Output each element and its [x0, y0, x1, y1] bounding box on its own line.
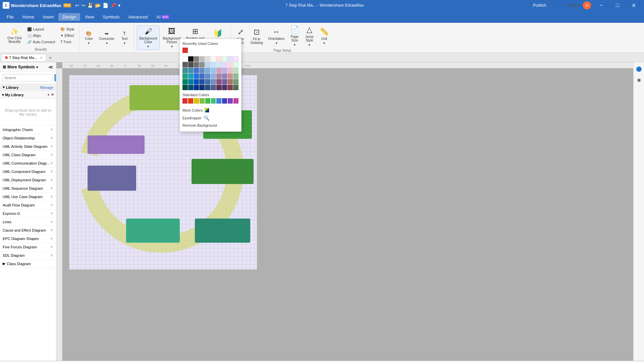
align-button[interactable]: ⬜ Align: [25, 33, 57, 39]
cp-swatch[interactable]: [194, 56, 199, 62]
unit-button[interactable]: 📏 Unit ▾: [318, 26, 331, 46]
menu-home[interactable]: Home: [18, 13, 38, 21]
library-item[interactable]: UML Class Diagram ✕: [0, 151, 56, 159]
library-item[interactable]: UML Communication Diagr... ✕: [0, 159, 56, 168]
library-item[interactable]: Five Forces Diagram ✕: [0, 243, 56, 251]
cp-swatch[interactable]: [199, 56, 205, 62]
menu-symbols[interactable]: Symbols: [99, 13, 124, 21]
library-item[interactable]: Express-G ✕: [0, 209, 56, 218]
cp-swatch[interactable]: [188, 68, 194, 73]
page-size-button[interactable]: 📄 Page Size ▾: [288, 24, 302, 48]
diagram-shape-teal-bottom-right[interactable]: [195, 219, 250, 243]
recent-color-swatch[interactable]: [182, 48, 188, 53]
item-close-icon[interactable]: ✕: [50, 169, 53, 174]
user-avatar[interactable]: U: [583, 1, 591, 9]
color-button[interactable]: 🎨 Color ▾: [82, 29, 96, 46]
cp-swatch[interactable]: [199, 68, 205, 73]
one-click-beautify-button[interactable]: ✨ One Click Beautify: [5, 26, 24, 45]
diagram-shape-green-mid-right[interactable]: [192, 159, 254, 184]
tab-close-icon[interactable]: ✕: [40, 56, 43, 60]
cp-swatch[interactable]: [199, 79, 205, 84]
library-item[interactable]: UML Activity State Diagram ✕: [0, 142, 56, 151]
standard-swatch[interactable]: [200, 98, 205, 104]
cp-swatch[interactable]: [227, 62, 233, 67]
cp-swatch[interactable]: [182, 56, 188, 62]
library-item[interactable]: Audit Flow Diagram ✕: [0, 201, 56, 209]
close-button[interactable]: ✕: [626, 0, 641, 11]
cp-swatch[interactable]: [194, 68, 199, 73]
cp-swatch[interactable]: [222, 85, 227, 90]
menu-view[interactable]: View: [81, 13, 98, 21]
item-close-icon[interactable]: ✕: [50, 211, 53, 216]
menu-file[interactable]: File: [3, 13, 18, 21]
right-panel-btn-1[interactable]: 🔵: [635, 65, 643, 73]
cp-swatch[interactable]: [205, 56, 210, 62]
cp-swatch[interactable]: [211, 68, 216, 73]
standard-swatch[interactable]: [188, 98, 193, 104]
right-panel-btn-2[interactable]: ◉: [635, 76, 643, 84]
item-close-icon[interactable]: ✕: [50, 236, 53, 241]
cp-swatch[interactable]: [182, 85, 188, 90]
item-close-icon[interactable]: ✕: [50, 194, 53, 199]
cp-swatch[interactable]: [205, 68, 210, 73]
diagram-shape-purple-small[interactable]: [88, 135, 145, 154]
effect-button[interactable]: ✦ Effect: [58, 33, 76, 39]
cp-swatch[interactable]: [216, 68, 222, 73]
cp-swatch[interactable]: [233, 79, 238, 84]
library-item[interactable]: UML Component Diagram ✕: [0, 168, 56, 176]
cp-swatch[interactable]: [216, 85, 222, 90]
connector-button[interactable]: ➡ Connector ▾: [97, 29, 116, 46]
cp-swatch[interactable]: [205, 85, 210, 90]
open-button[interactable]: 📂: [95, 3, 101, 8]
library-item[interactable]: UML Deployment Diagram ✕: [0, 176, 56, 184]
search-input[interactable]: [2, 74, 53, 81]
cp-swatch[interactable]: [194, 73, 199, 79]
cp-swatch[interactable]: [188, 73, 194, 79]
standard-swatch[interactable]: [216, 98, 221, 104]
eyedropper-button[interactable]: Eyedropper 🔍: [182, 114, 238, 122]
standard-swatch[interactable]: [233, 98, 238, 104]
standard-swatch[interactable]: [222, 98, 227, 104]
cp-swatch[interactable]: [194, 79, 199, 84]
cp-swatch[interactable]: [233, 68, 238, 73]
item-close-icon[interactable]: ✕: [50, 144, 53, 149]
item-close-icon[interactable]: ✕: [50, 136, 53, 140]
my-library-close-button[interactable]: ✕: [51, 93, 54, 97]
cp-swatch[interactable]: [227, 73, 233, 79]
cp-swatch[interactable]: [211, 85, 216, 90]
cp-swatch[interactable]: [222, 62, 227, 67]
orientation-button[interactable]: ↔ Orientation ▾: [266, 26, 287, 46]
library-item[interactable]: Object Relationship ✕: [0, 134, 56, 142]
library-item[interactable]: Cause and Effect Diagram ✕: [0, 226, 56, 235]
standard-swatch[interactable]: [182, 98, 187, 104]
cp-swatch[interactable]: [211, 73, 216, 79]
standard-swatch[interactable]: [194, 98, 199, 104]
color-picker-dropdown[interactable]: Recently Used Colors: [179, 39, 241, 132]
collapse-panel-button[interactable]: ≪: [48, 64, 53, 70]
cp-swatch[interactable]: [233, 56, 238, 62]
text-button[interactable]: T Text ▾: [118, 29, 131, 46]
standard-swatch[interactable]: [228, 98, 233, 104]
style-button[interactable]: 🎨 Style: [58, 26, 76, 32]
menu-insert[interactable]: Insert: [39, 13, 58, 21]
cp-swatch[interactable]: [216, 56, 222, 62]
my-library-add-button[interactable]: +: [47, 93, 50, 97]
quick-access-more[interactable]: ▾: [118, 3, 120, 8]
cp-swatch[interactable]: [233, 62, 238, 67]
item-close-icon[interactable]: ✕: [50, 178, 53, 182]
layout-button[interactable]: ⬛ Layout: [25, 26, 57, 32]
remove-background-button[interactable]: Remove Background: [182, 122, 238, 129]
menu-design[interactable]: Design: [58, 13, 80, 21]
library-item[interactable]: Infographic Charts ✕: [0, 126, 56, 134]
cp-swatch[interactable]: [227, 85, 233, 90]
cp-swatch[interactable]: [188, 85, 194, 90]
cp-swatch[interactable]: [205, 79, 210, 84]
cp-swatch[interactable]: [222, 56, 227, 62]
cp-swatch[interactable]: [227, 79, 233, 84]
cp-swatch[interactable]: [194, 85, 199, 90]
cp-swatch[interactable]: [227, 56, 233, 62]
menu-advanced[interactable]: Advanced: [124, 13, 152, 21]
redo-button[interactable]: ↪: [81, 3, 85, 8]
item-close-icon[interactable]: ✕: [50, 253, 53, 258]
cp-swatch[interactable]: [216, 79, 222, 84]
